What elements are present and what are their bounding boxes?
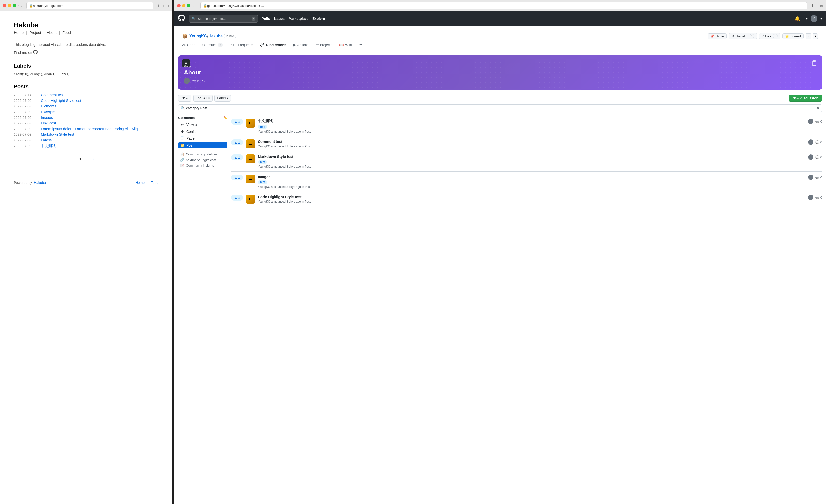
- upvote-button[interactable]: ▲ 1: [231, 175, 243, 181]
- sidebar-item-post[interactable]: 📁 Post: [178, 142, 227, 148]
- tab-discussions[interactable]: 💬 Discussions: [256, 40, 290, 50]
- post-title-link[interactable]: Images: [41, 115, 53, 120]
- nav-pulls[interactable]: Pulls: [262, 17, 270, 21]
- discussion-title[interactable]: Markdown Style test: [258, 154, 805, 159]
- find-me-section: Find me on .: [14, 50, 159, 55]
- right-add-tab-icon[interactable]: +: [816, 4, 818, 8]
- blog-description: This blog is generated via Github discus…: [14, 42, 159, 48]
- upvote-button[interactable]: ▲ 1: [231, 195, 243, 201]
- post-title-link[interactable]: Link Post: [41, 121, 56, 125]
- repo-name-link[interactable]: Hakuba: [209, 34, 223, 38]
- discussion-tag[interactable]: Test: [258, 180, 267, 184]
- close-button[interactable]: [3, 4, 6, 7]
- discussion-item: ▲ 1 🏷 Code Highlight Style test YeungKC …: [231, 192, 822, 206]
- right-minimize-button[interactable]: [182, 4, 185, 7]
- sidebar-item-config[interactable]: ⚙ Config: [178, 128, 227, 135]
- banner-title: About: [184, 69, 816, 76]
- right-close-button[interactable]: [177, 4, 181, 7]
- right-forward-icon[interactable]: ›: [195, 4, 197, 8]
- new-discussion-button[interactable]: New discussion: [788, 94, 822, 102]
- comment-icon: 💬: [815, 120, 819, 123]
- discussion-user-avatar: [808, 175, 814, 180]
- repo-org-link[interactable]: YeungKC: [189, 34, 207, 38]
- right-grid-icon[interactable]: ⊞: [820, 4, 823, 8]
- page-1[interactable]: 1: [77, 155, 83, 162]
- forward-icon[interactable]: ›: [21, 4, 23, 8]
- discussion-search-input[interactable]: [178, 105, 822, 112]
- discussion-title[interactable]: Images: [258, 175, 805, 179]
- star-button[interactable]: ⭐ Starred: [782, 34, 804, 39]
- tab-projects[interactable]: ☰ Projects: [312, 40, 336, 50]
- sidebar-community-guidelines[interactable]: 📋 Community guidelines: [178, 151, 227, 157]
- star-dropdown[interactable]: ▾: [814, 34, 818, 39]
- post-title-link[interactable]: Labels: [41, 138, 52, 142]
- unpin-button[interactable]: 📌 Unpin: [708, 34, 727, 39]
- post-title-link[interactable]: Elements: [41, 104, 56, 108]
- github-search[interactable]: 🔍 Search or jump to... /: [189, 15, 258, 22]
- nav-explore[interactable]: Explore: [312, 17, 325, 21]
- top-all-dropdown[interactable]: Top: All ▾: [193, 94, 213, 102]
- search-clear-icon[interactable]: ✕: [816, 106, 820, 111]
- url-bar-right[interactable]: 🔒 github.com/YeungKC/Hakuba/discussi...: [200, 2, 807, 9]
- label-dropdown[interactable]: Label ▾: [215, 94, 231, 102]
- sidebar-item-view-all[interactable]: ∞ View all: [178, 121, 227, 128]
- discussion-title[interactable]: 中文測試: [258, 119, 805, 123]
- discussion-title[interactable]: Comment test: [258, 139, 805, 143]
- post-title-link[interactable]: 中文測試: [41, 143, 56, 148]
- grid-icon[interactable]: ⊞: [166, 4, 169, 8]
- right-back-icon[interactable]: ‹: [192, 4, 193, 8]
- user-avatar[interactable]: Y: [811, 15, 817, 22]
- url-bar-left[interactable]: 🔒 hakuba.yeungkc.com: [26, 2, 153, 9]
- post-title-link[interactable]: Code Highlight Style test: [41, 98, 81, 103]
- avatar-dropdown[interactable]: ▾: [820, 17, 822, 21]
- nav-marketplace[interactable]: Marketplace: [289, 17, 308, 21]
- sidebar-community-insights[interactable]: 📈 Community insights: [178, 163, 227, 169]
- sidebar-item-page[interactable]: 📄 Page: [178, 135, 227, 142]
- discussion-tag[interactable]: Test: [258, 125, 267, 129]
- tab-actions[interactable]: ▶ Actions: [290, 40, 312, 50]
- new-button[interactable]: New: [178, 94, 191, 102]
- discussion-tag[interactable]: Test: [258, 160, 267, 164]
- share-icon[interactable]: ⬆: [158, 4, 160, 8]
- footer-feed-link[interactable]: Feed: [151, 181, 159, 185]
- post-title-link[interactable]: Comment test: [41, 93, 64, 97]
- discussion-title[interactable]: Code Highlight Style test: [258, 195, 805, 199]
- nav-home[interactable]: Home: [14, 30, 23, 35]
- footer-hakuba-link[interactable]: Hakuba: [34, 181, 46, 185]
- upvote-button[interactable]: ▲ 1: [231, 139, 243, 145]
- fork-button[interactable]: ⑂ Fork 0: [759, 33, 780, 39]
- sidebar-external-link[interactable]: 🔗 hakuba.yeungkc.com: [178, 157, 227, 163]
- unwatch-button[interactable]: 👁 Unwatch 1: [728, 33, 757, 39]
- tab-more[interactable]: •••: [355, 40, 366, 50]
- notification-bell[interactable]: 🔔: [794, 16, 800, 21]
- discussion-author-avatar: 🏷: [246, 175, 255, 183]
- github-icon[interactable]: [33, 50, 38, 55]
- post-title-link[interactable]: Lorem ipsum dolor sit amet, consectetur …: [41, 127, 144, 131]
- maximize-button[interactable]: [13, 4, 16, 7]
- nav-feed[interactable]: Feed: [62, 30, 71, 35]
- right-share-icon[interactable]: ⬆: [811, 4, 814, 8]
- footer-home-link[interactable]: Home: [135, 181, 144, 185]
- edit-categories-icon[interactable]: ✏️: [223, 116, 227, 120]
- tab-wiki[interactable]: 📖 Wiki: [336, 40, 355, 50]
- post-date: 2022-07-09: [14, 121, 36, 125]
- right-maximize-button[interactable]: [187, 4, 190, 7]
- nav-project[interactable]: Project: [30, 30, 41, 35]
- nav-about[interactable]: About: [47, 30, 57, 35]
- upvote-button[interactable]: ▲ 1: [231, 154, 243, 160]
- upvote-button[interactable]: ▲ 1: [231, 119, 243, 125]
- post-title-link[interactable]: Excerpts: [41, 110, 55, 114]
- tab-issues[interactable]: ⊙ Issues 3: [199, 40, 226, 50]
- comment-icon: 💬: [815, 196, 819, 199]
- minimize-button[interactable]: [8, 4, 11, 7]
- nav-issues[interactable]: Issues: [274, 17, 285, 21]
- tab-pull-requests[interactable]: ⑂ Pull requests: [226, 40, 256, 50]
- next-page[interactable]: ›: [93, 156, 95, 161]
- post-title-link[interactable]: Markdown Style test: [41, 132, 74, 136]
- page-2[interactable]: 2: [85, 155, 91, 162]
- tab-code[interactable]: <> Code: [178, 40, 199, 50]
- back-icon[interactable]: ‹: [18, 4, 19, 8]
- star-count[interactable]: 3: [806, 34, 812, 39]
- add-tab-icon[interactable]: +: [162, 4, 164, 8]
- create-plus[interactable]: + ▾: [803, 17, 808, 21]
